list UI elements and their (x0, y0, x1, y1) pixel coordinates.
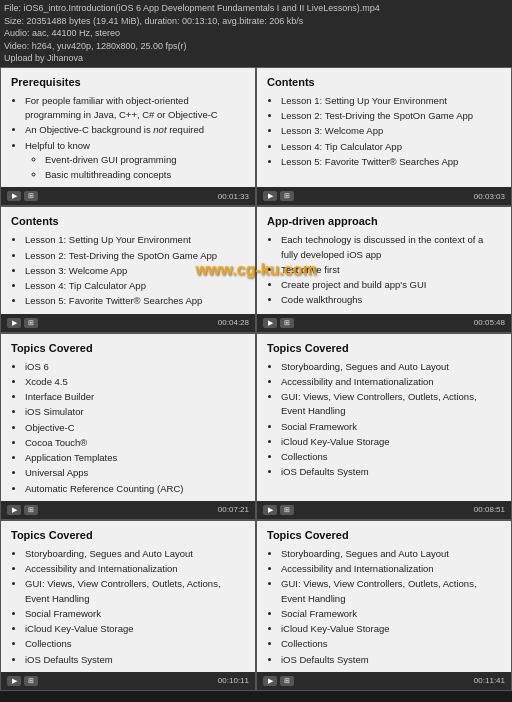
controls-left: ▶ ⊞ (263, 191, 294, 201)
controls-left: ▶ ⊞ (263, 676, 294, 686)
cell-title: Topics Covered (11, 529, 245, 541)
ctrl-btn[interactable]: ▶ (7, 676, 21, 686)
ctrl-btn[interactable]: ⊞ (280, 318, 294, 328)
cell-title: Contents (267, 76, 501, 88)
controls-left: ▶ ⊞ (7, 191, 38, 201)
ctrl-btn[interactable]: ⊞ (24, 318, 38, 328)
list-item: Lesson 1: Setting Up Your Environment (281, 94, 501, 108)
list-item: An Objective-C background is not require… (25, 123, 245, 137)
ctrl-btn[interactable]: ▶ (263, 318, 277, 328)
video-row-2: Contents Lesson 1: Setting Up Your Envir… (0, 206, 512, 332)
timestamp-bar-5: ▶ ⊞ 00:07:21 (1, 501, 255, 519)
cell-contents-2: Contents Lesson 1: Setting Up Your Envir… (0, 206, 256, 332)
sub-list: Event-driven GUI programming Basic multi… (25, 153, 245, 183)
main-list: Storyboarding, Segues and Auto Layout Ac… (267, 547, 501, 667)
list-item: Code walkthroughs (281, 293, 501, 307)
list-item: Social Framework (281, 607, 501, 621)
ctrl-btn[interactable]: ▶ (263, 676, 277, 686)
cell-prerequisites: Prerequisites For people familiar with o… (0, 67, 256, 207)
cell-topics-1: Topics Covered iOS 6 Xcode 4.5 Interface… (0, 333, 256, 520)
file-info-line3: Audio: aac, 44100 Hz, stereo (4, 27, 508, 40)
list-item: Storyboarding, Segues and Auto Layout (25, 547, 245, 561)
cell-title: Topics Covered (11, 342, 245, 354)
timestamp: 00:01:33 (218, 192, 249, 201)
main-list: Each technology is discussed in the cont… (267, 233, 501, 307)
main-list: Storyboarding, Segues and Auto Layout Ac… (11, 547, 245, 667)
list-item: iOS Defaults System (281, 465, 501, 479)
list-item: iOS 6 (25, 360, 245, 374)
ctrl-btn[interactable]: ⊞ (24, 676, 38, 686)
ctrl-btn[interactable]: ▶ (263, 505, 277, 515)
list-item: Lesson 5: Favorite Twitter® Searches App (281, 155, 501, 169)
ctrl-btn[interactable]: ⊞ (24, 505, 38, 515)
list-item: iCloud Key-Value Storage (281, 435, 501, 449)
list-item: Automatic Reference Counting (ARC) (25, 482, 245, 496)
ctrl-btn[interactable]: ▶ (7, 505, 21, 515)
ctrl-btn[interactable]: ▶ (7, 318, 21, 328)
video-row-4: Topics Covered Storyboarding, Segues and… (0, 520, 512, 691)
timestamp-bar-1: ▶ ⊞ 00:01:33 (1, 187, 255, 205)
list-item: Lesson 4: Tip Calculator App (25, 279, 245, 293)
list-item: GUI: Views, View Controllers, Outlets, A… (25, 577, 245, 606)
cell-topics-4: Topics Covered Storyboarding, Segues and… (256, 520, 512, 691)
list-item: iOS Simulator (25, 405, 245, 419)
list-item: iCloud Key-Value Storage (25, 622, 245, 636)
list-item: Helpful to know Event-driven GUI program… (25, 139, 245, 183)
timestamp: 00:03:03 (474, 192, 505, 201)
video-row-3: Topics Covered iOS 6 Xcode 4.5 Interface… (0, 333, 512, 520)
controls-left: ▶ ⊞ (7, 676, 38, 686)
cell-contents-1: Contents Lesson 1: Setting Up Your Envir… (256, 67, 512, 207)
timestamp-bar-3: ▶ ⊞ 00:04:28 (1, 314, 255, 332)
sub-list-item: Basic multithreading concepts (45, 168, 245, 182)
ctrl-btn[interactable]: ⊞ (280, 505, 294, 515)
timestamp: 00:11:41 (474, 676, 505, 685)
file-info-line4: Video: h264, yuv420p, 1280x800, 25.00 fp… (4, 40, 508, 53)
list-item: Lesson 5: Favorite Twitter® Searches App (25, 294, 245, 308)
ctrl-btn[interactable]: ▶ (263, 191, 277, 201)
timestamp-bar-4: ▶ ⊞ 00:05:48 (257, 314, 511, 332)
timestamp-bar-6: ▶ ⊞ 00:08:51 (257, 501, 511, 519)
ctrl-btn[interactable]: ▶ (7, 191, 21, 201)
controls-left: ▶ ⊞ (263, 318, 294, 328)
list-item: Lesson 2: Test-Driving the SpotOn Game A… (281, 109, 501, 123)
list-item: Interface Builder (25, 390, 245, 404)
list-item: iCloud Key-Value Storage (281, 622, 501, 636)
controls-left: ▶ ⊞ (7, 505, 38, 515)
list-item: Accessibility and Internationalization (281, 562, 501, 576)
file-info-line2: Size: 20351488 bytes (19.41 MiB), durati… (4, 15, 508, 28)
timestamp: 00:08:51 (474, 505, 505, 514)
controls-left: ▶ ⊞ (7, 318, 38, 328)
list-item: Collections (281, 637, 501, 651)
list-item: Accessibility and Internationalization (281, 375, 501, 389)
list-item: GUI: Views, View Controllers, Outlets, A… (281, 390, 501, 419)
file-info-line5: Upload by Jihanova (4, 52, 508, 65)
list-item: Lesson 3: Welcome App (25, 264, 245, 278)
main-list: iOS 6 Xcode 4.5 Interface Builder iOS Si… (11, 360, 245, 496)
list-item: iOS Defaults System (281, 653, 501, 667)
ctrl-btn[interactable]: ⊞ (280, 191, 294, 201)
video-row-1: Prerequisites For people familiar with o… (0, 67, 512, 207)
list-item: Social Framework (281, 420, 501, 434)
controls-left: ▶ ⊞ (263, 505, 294, 515)
timestamp-bar-2: ▶ ⊞ 00:03:03 (257, 187, 511, 205)
file-info-line1: File: iOS6_intro.Introduction(iOS 6 App … (4, 2, 508, 15)
top-bar: File: iOS6_intro.Introduction(iOS 6 App … (0, 0, 512, 67)
cell-title: Topics Covered (267, 342, 501, 354)
cell-title: Topics Covered (267, 529, 501, 541)
timestamp-bar-8: ▶ ⊞ 00:11:41 (257, 672, 511, 690)
cell-topics-2: Topics Covered Storyboarding, Segues and… (256, 333, 512, 520)
list-item: Lesson 2: Test-Driving the SpotOn Game A… (25, 249, 245, 263)
ctrl-btn[interactable]: ⊞ (280, 676, 294, 686)
list-item: Storyboarding, Segues and Auto Layout (281, 360, 501, 374)
timestamp: 00:10:11 (218, 676, 249, 685)
main-list: Storyboarding, Segues and Auto Layout Ac… (267, 360, 501, 480)
cell-topics-3: Topics Covered Storyboarding, Segues and… (0, 520, 256, 691)
list-item: For people familiar with object-oriented… (25, 94, 245, 123)
main-list: Lesson 1: Setting Up Your Environment Le… (11, 233, 245, 308)
list-item: Each technology is discussed in the cont… (281, 233, 501, 262)
timestamp: 00:04:28 (218, 318, 249, 327)
ctrl-btn[interactable]: ⊞ (24, 191, 38, 201)
cell-app-driven: App-driven approach Each technology is d… (256, 206, 512, 332)
list-item: Storyboarding, Segues and Auto Layout (281, 547, 501, 561)
cell-title: Contents (11, 215, 245, 227)
